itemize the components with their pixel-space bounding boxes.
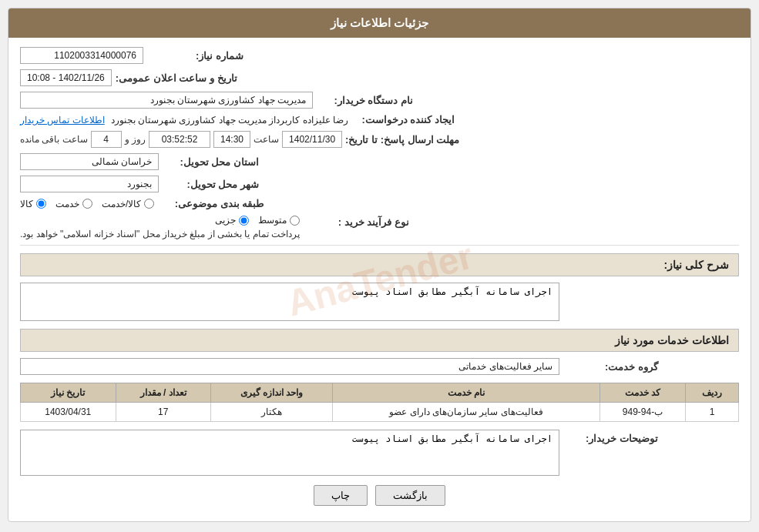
tabaqe-kala-text: کالا (20, 199, 33, 209)
radio-mottavaset[interactable]: متوسط (258, 215, 300, 226)
nam-dastgah-value: مدیریت جهاد کشاورزی شهرستان بجنورد (20, 92, 313, 109)
back-button[interactable]: بازگشت (375, 485, 445, 506)
print-button[interactable]: چاپ (314, 485, 368, 506)
col-tedad: تعداد / مقدار (116, 383, 210, 403)
mhlt-label: مهلت ارسال پاسخ: تا تاریخ: (345, 134, 459, 146)
ijad-konande-value: رضا علیزاده کاربرداز مدیریت جهاد کشاورزی… (111, 115, 348, 125)
radio-kala[interactable]: کالا (20, 199, 46, 209)
cell-nam: فعالیت‌های سایر سازمان‌های دارای عضو (333, 403, 600, 422)
mhlt-roz-count: 4 (91, 131, 122, 148)
khadamat-section-header: اطلاعات خدمات مورد نیاز (20, 329, 739, 352)
mhlt-roz-label: روز و (125, 134, 146, 145)
sharh-section-header: شرح کلی نیاز: (20, 253, 739, 276)
noa-desc: پرداخت تمام یا بخشی از مبلغ خریداز محل "… (20, 229, 300, 239)
button-row: بازگشت چاپ (20, 485, 739, 506)
divider (20, 245, 739, 246)
cell-radif: 1 (686, 403, 739, 422)
radio-kala-input[interactable] (36, 199, 46, 209)
shahr-label: شهر محل تحویل: (159, 179, 259, 190)
toz-label: توضیحات خریدار: (566, 430, 658, 444)
cell-vahed: هکتار (210, 403, 332, 422)
mhlt-time: 14:30 (213, 131, 250, 148)
radio-mottavaset-input[interactable] (290, 216, 300, 226)
services-table: ردیف کد خدمت نام خدمت واحد اندازه گیری ت… (20, 383, 739, 422)
noa-label: نوع فرآیند خرید : (309, 215, 409, 228)
shomare-niaz-value: 1102003314000076 (20, 47, 143, 64)
cell-tedad: 17 (116, 403, 210, 422)
ostan-label: استان محل تحویل: (159, 156, 259, 168)
goroh-value: سایر فعالیت‌های خدماتی (20, 358, 559, 375)
col-tarikh: تاریخ نیاز (21, 383, 116, 403)
goroh-label: گروه خدمت: (566, 361, 658, 373)
remaining-label: ساعت باقی مانده (20, 134, 88, 145)
noa-mottavaset-text: متوسط (258, 215, 287, 226)
shahr-value: بجنورد (20, 176, 159, 192)
radio-kala-khadamat[interactable]: کالا/خدمت (102, 199, 154, 209)
sharh-textarea[interactable] (20, 283, 559, 321)
tarikh-elam-label: تاریخ و ساعت اعلان عمومی: (116, 72, 237, 84)
ijad-konande-label: ایجاد کننده درخواست: (354, 114, 455, 125)
tabaqe-kala-khadamat-text: کالا/خدمت (102, 199, 141, 209)
toz-textarea[interactable] (20, 430, 559, 476)
page-title: جزئیات اطلاعات نیاز (8, 8, 751, 38)
tarikh-elam-value: 1402/11/26 - 10:08 (20, 69, 112, 86)
col-kod: کد خدمت (599, 383, 685, 403)
radio-kala-khadamat-input[interactable] (144, 199, 154, 209)
radio-jozei-input[interactable] (239, 216, 249, 226)
cell-tarikh: 1403/04/31 (21, 403, 116, 422)
shomare-niaz-label: شماره نیاز: (143, 50, 243, 62)
tabaqe-label: طبقه بندی موضوعی: (163, 198, 264, 209)
remaining-value: 03:52:52 (149, 131, 210, 148)
mhlt-time-label: ساعت (254, 134, 279, 145)
radio-khadamat[interactable]: خدمت (55, 199, 92, 209)
table-row: 1ب-94-949فعالیت‌های سایر سازمان‌های دارا… (21, 403, 739, 422)
ostan-value: خراسان شمالی (20, 153, 159, 170)
cell-kod: ب-94-949 (599, 403, 685, 422)
radio-khadamat-input[interactable] (82, 199, 92, 209)
radio-jozei[interactable]: جزیی (215, 215, 249, 226)
contact-link[interactable]: اطلاعات تماس خریدار (20, 115, 105, 125)
nam-dastgah-label: نام دستگاه خریدار: (313, 95, 413, 106)
noa-jozei-text: جزیی (215, 215, 236, 226)
col-vahed: واحد اندازه گیری (210, 383, 332, 403)
col-nam: نام خدمت (333, 383, 600, 403)
col-radif: ردیف (686, 383, 739, 403)
mhlt-date: 1402/11/30 (282, 131, 342, 148)
tabaqe-khadamat-text: خدمت (55, 199, 79, 209)
